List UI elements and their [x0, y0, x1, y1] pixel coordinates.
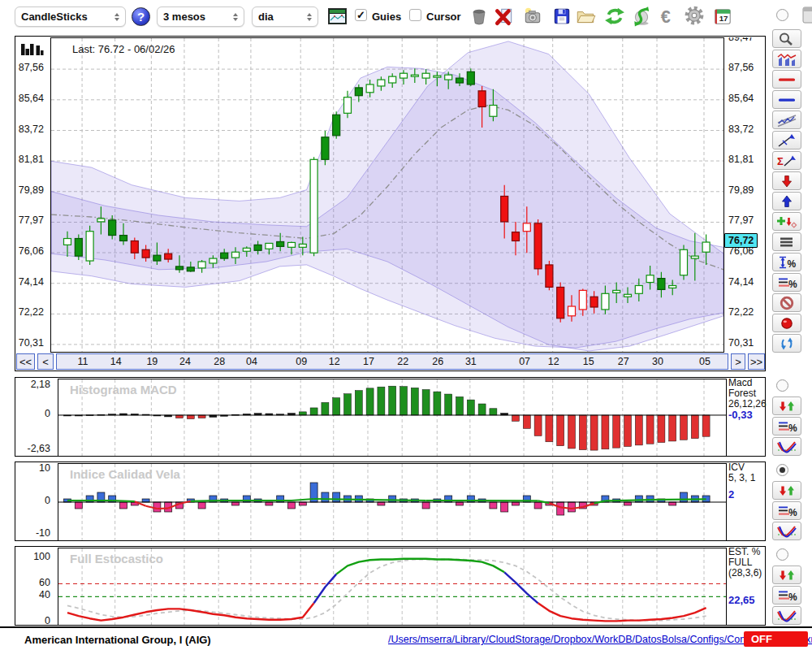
calendar-icon[interactable]: 17 — [712, 6, 733, 27]
interval-select[interactable]: dia — [252, 6, 318, 27]
arrow-down-button[interactable] — [772, 171, 801, 190]
save-floppy-icon[interactable] — [551, 6, 572, 27]
axis-label: 79,89 — [728, 184, 754, 196]
trendline-button[interactable] — [772, 131, 801, 150]
stoch-watermark: Full Estocastico — [70, 552, 163, 566]
stoch-plot[interactable]: Full Estocastico — [58, 548, 727, 626]
zoom-button[interactable] — [772, 29, 801, 48]
axis-label: 83,72 — [19, 124, 44, 135]
chart-type-value: CandleSticks — [21, 11, 110, 23]
trendline-arrow-icon — [776, 133, 797, 148]
stoch-curves-button[interactable] — [772, 606, 801, 625]
toolbar: CandleSticks ? 3 mesos dia ✓ Guies Curso… — [0, 0, 812, 32]
svg-text:%: % — [788, 422, 797, 434]
clipped-icon[interactable] — [802, 6, 812, 27]
svg-text:€: € — [661, 6, 671, 27]
axis-label: -10 — [36, 527, 50, 539]
levels-list-button[interactable] — [772, 232, 801, 251]
chevron-updown-icon — [307, 13, 312, 21]
icv-watermark: Indice Calidad Vela — [70, 467, 180, 481]
axis-label: 74,14 — [19, 276, 44, 288]
lines-percent-icon: % — [776, 419, 797, 434]
icv-right-title: ICV 5, 3, 1 — [728, 462, 755, 483]
open-folder-icon[interactable] — [575, 6, 596, 27]
sync-globe-icon[interactable] — [631, 6, 652, 27]
macd-panel-radio[interactable] — [776, 379, 788, 392]
icv-levels-button[interactable]: % — [772, 501, 801, 520]
cursor-checkbox[interactable] — [409, 9, 421, 21]
snapshot-camera-icon[interactable] — [522, 6, 543, 27]
icv-panel-radio[interactable] — [776, 464, 788, 476]
delete-red-x-icon[interactable] — [494, 6, 515, 27]
arrow-up-button[interactable] — [772, 192, 801, 210]
blue-hline-button[interactable] — [772, 90, 801, 109]
axis-label: 85,64 — [19, 93, 44, 104]
nav-next-button[interactable]: > — [731, 353, 745, 370]
lines-percent-button[interactable]: % — [772, 273, 801, 292]
interval-value: dia — [258, 11, 302, 23]
svg-text:%: % — [788, 592, 797, 603]
charting-app-window: CandleSticks ? 3 mesos dia ✓ Guies Curso… — [0, 0, 812, 650]
channel-button[interactable] — [772, 110, 801, 129]
sum-trendline-button[interactable]: Σ — [772, 151, 801, 170]
settings-gear-icon[interactable] — [684, 5, 705, 26]
x-date-label: 31 — [462, 356, 480, 367]
nav-first-button[interactable]: << — [16, 353, 35, 370]
status-bar: American International Group, I (AIG) /U… — [0, 626, 812, 650]
guies-checkbox[interactable]: ✓ — [355, 9, 367, 21]
macd-signals-button[interactable] — [772, 396, 801, 415]
lines-percent-icon: % — [776, 588, 797, 603]
mini-chart-toggle-icon[interactable] — [328, 8, 347, 24]
axis-label: 40 — [39, 589, 50, 600]
svg-text:Σ: Σ — [777, 155, 784, 167]
macd-plot[interactable]: Histograma MACD — [58, 379, 727, 457]
blue-up-arrow-icon — [776, 194, 797, 209]
stoch-levels-button[interactable]: % — [772, 586, 801, 604]
guies-label: Guies — [372, 11, 401, 23]
red-hline-button[interactable] — [772, 70, 801, 89]
help-label: ? — [137, 10, 145, 24]
blue-hline-icon — [776, 93, 797, 107]
euro-icon[interactable]: € — [658, 6, 679, 27]
down-up-arrows-icon — [776, 483, 797, 498]
macd-value: -0,33 — [728, 409, 753, 421]
axis-label: 81,81 — [19, 154, 44, 165]
x-date-label: 24 — [176, 356, 194, 367]
stoch-signals-button[interactable] — [772, 566, 801, 584]
trash-icon[interactable] — [469, 6, 490, 27]
plus-arrow-diamond-icon — [776, 214, 797, 229]
axis-label: 70,31 — [19, 337, 44, 349]
axis-label: 83,72 — [728, 124, 754, 135]
axis-label: 0 — [45, 495, 50, 506]
x-date-label: 11 — [74, 356, 92, 367]
period-select[interactable]: 3 mesos — [157, 6, 244, 27]
chart-type-select[interactable]: CandleSticks — [15, 6, 126, 27]
add-signals-button[interactable] — [772, 212, 801, 231]
chart-style-button[interactable] — [772, 50, 801, 68]
nav-last-button[interactable]: >> — [748, 353, 765, 370]
vertical-percent-button[interactable]: % — [772, 253, 801, 271]
main-plot[interactable]: Last: 76.72 - 06/02/26 — [50, 37, 724, 353]
macd-curves-button[interactable] — [772, 437, 801, 456]
off-toggle[interactable]: OFF — [744, 631, 808, 647]
icv-curves-button[interactable] — [772, 522, 801, 540]
axis-label: 74,14 — [728, 276, 754, 288]
disable-button[interactable] — [772, 293, 801, 312]
down-up-arrows-icon — [776, 568, 797, 583]
stoch-value: 22,65 — [728, 594, 755, 606]
icv-plot[interactable]: Indice Calidad Vela — [58, 463, 727, 541]
help-button[interactable]: ? — [132, 7, 150, 26]
refresh-arrows-icon[interactable] — [604, 6, 625, 27]
macd-axis: 2,180-2,63 — [15, 379, 54, 455]
main-panel-radio[interactable] — [776, 9, 788, 21]
x-date-label: 04 — [243, 356, 261, 367]
axis-label: 72,22 — [728, 306, 754, 318]
reload-button[interactable] — [772, 334, 801, 353]
axis-label: 2,18 — [31, 379, 50, 390]
stoch-panel-radio[interactable] — [776, 548, 788, 561]
icv-signals-button[interactable] — [772, 481, 801, 500]
record-button[interactable] — [772, 314, 801, 332]
nav-prev-button[interactable]: < — [37, 353, 54, 370]
macd-levels-button[interactable]: % — [772, 417, 801, 436]
x-date-label: 12 — [326, 356, 343, 367]
